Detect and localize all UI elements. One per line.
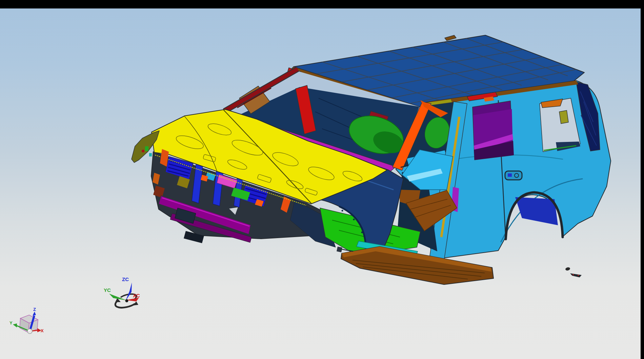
- loose-part-red-dot-2: [578, 275, 579, 276]
- wcs-z-label: ZC: [122, 276, 129, 282]
- datum-z-label: Z: [33, 307, 36, 312]
- window-frame-right: [641, 0, 644, 359]
- quarter-window-olive-plate[interactable]: [559, 110, 568, 124]
- blade-green-clip: [145, 146, 148, 151]
- datum-y-label: Y: [9, 320, 13, 325]
- door-handle-pocket[interactable]: [505, 171, 522, 180]
- cad-application-window: ZC YC XC Z Y X: [0, 0, 644, 359]
- roof-rear-tab[interactable]: [445, 35, 456, 41]
- window-frame-top: [0, 0, 644, 8]
- datum-origin-sphere[interactable]: [27, 329, 32, 334]
- loose-part-small[interactable]: [565, 267, 570, 271]
- wcs-y-label: YC: [104, 287, 111, 293]
- wcs-x-label: XC: [133, 293, 140, 298]
- datum-x-label: X: [41, 328, 44, 333]
- wcs-triad[interactable]: ZC YC XC: [104, 276, 140, 308]
- datum-y-arrowhead: [13, 323, 17, 328]
- loose-part-red-dot-1: [572, 274, 574, 275]
- loose-parts[interactable]: [565, 267, 582, 277]
- blade-teal-clip: [149, 153, 152, 156]
- datum-z-arrowhead: [33, 312, 36, 316]
- loose-part-sliver[interactable]: [570, 273, 582, 277]
- door-handle-blue-insert: [508, 173, 512, 177]
- blade-red-grommet: [142, 150, 144, 152]
- car-body-model[interactable]: [132, 35, 611, 284]
- datum-sphere-highlight: [28, 330, 30, 331]
- jack-point-tab[interactable]: [337, 247, 342, 252]
- wcs-handle-arrow-right: [133, 301, 138, 305]
- viewport-canvas[interactable]: ZC YC XC Z Y X: [0, 8, 641, 359]
- body-side-group[interactable]: [393, 81, 611, 261]
- datum-csys-triad[interactable]: Z Y X: [9, 307, 44, 334]
- wcs-origin-ball[interactable]: [125, 299, 128, 302]
- wcs-z-axis-arrow[interactable]: [125, 282, 132, 301]
